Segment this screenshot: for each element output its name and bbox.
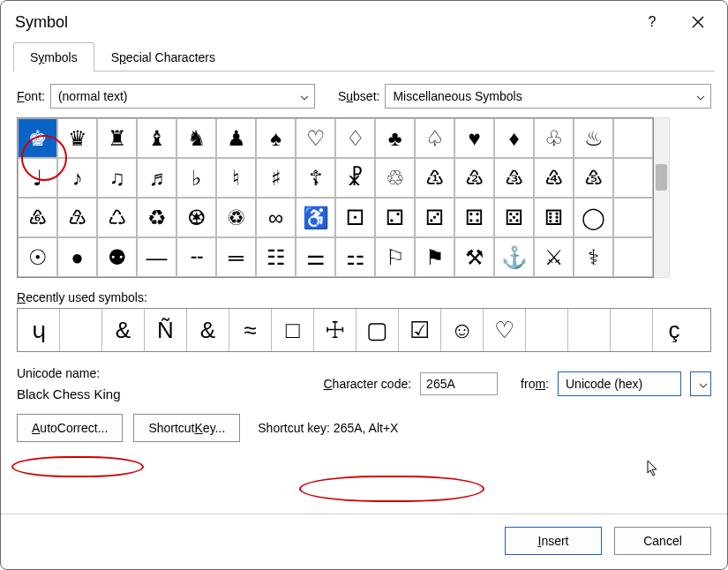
- symbol-cell[interactable]: [613, 198, 653, 237]
- recent-symbol-cell[interactable]: [568, 309, 611, 351]
- recent-symbol-cell[interactable]: [611, 309, 653, 351]
- recent-symbol-cell[interactable]: ≈: [229, 309, 272, 351]
- recent-symbol-cell[interactable]: ɥ: [18, 309, 60, 351]
- symbol-cell[interactable]: ♢: [335, 118, 375, 158]
- from-label: from:: [521, 377, 549, 391]
- symbol-cell[interactable]: ♶: [534, 158, 574, 198]
- symbol-cell[interactable]: ⚐: [375, 237, 415, 277]
- recent-symbol-cell[interactable]: ç: [653, 309, 695, 351]
- symbol-cell[interactable]: ♪: [57, 158, 97, 198]
- symbol-cell[interactable]: ⚄: [494, 198, 534, 237]
- symbol-cell[interactable]: ∞: [256, 198, 296, 237]
- recent-symbol-cell[interactable]: Ñ: [145, 309, 187, 351]
- tab-symbols[interactable]: Symbols: [13, 42, 94, 71]
- symbol-cell[interactable]: ⚌: [296, 237, 335, 277]
- recent-symbol-cell[interactable]: ▢: [356, 309, 399, 351]
- insert-button[interactable]: Insert: [505, 527, 602, 555]
- symbol-cell[interactable]: ☉: [18, 237, 57, 277]
- symbol-cell[interactable]: ♸: [18, 198, 57, 237]
- grid-scrollbar[interactable]: [654, 117, 670, 278]
- recent-symbol-cell[interactable]: □: [272, 309, 314, 351]
- font-select[interactable]: (normal text): [50, 84, 315, 109]
- symbol-cell[interactable]: ♚: [18, 118, 57, 158]
- charcode-input[interactable]: [420, 372, 498, 395]
- symbol-cell[interactable]: ♴: [454, 158, 494, 198]
- symbol-cell[interactable]: [613, 158, 653, 198]
- symbol-cell[interactable]: ♽: [216, 198, 256, 237]
- autocorrect-button[interactable]: AutoCorrect...: [17, 414, 123, 442]
- symbol-cell[interactable]: ⚑: [415, 237, 454, 277]
- symbol-cell[interactable]: ♦: [494, 118, 534, 158]
- symbol-cell[interactable]: ♥: [454, 118, 494, 158]
- symbol-cell[interactable]: ♼: [176, 198, 216, 237]
- symbol-cell[interactable]: ⚃: [454, 198, 494, 237]
- symbol-cell[interactable]: ☦: [296, 158, 335, 198]
- symbol-cell[interactable]: ♷: [574, 158, 613, 198]
- symbol-cell[interactable]: ♬: [137, 158, 176, 198]
- chevron-down-icon: [699, 377, 708, 391]
- close-icon: [692, 16, 704, 28]
- symbol-cell[interactable]: ⚔: [534, 237, 574, 277]
- symbol-cell[interactable]: ☧: [335, 158, 375, 198]
- symbol-cell[interactable]: ⚕: [574, 237, 613, 277]
- symbol-cell[interactable]: ⚅: [534, 198, 574, 237]
- symbol-cell[interactable]: ♤: [415, 118, 454, 158]
- symbol-cell[interactable]: ⚀: [335, 198, 375, 237]
- symbol-cell[interactable]: ⚒: [454, 237, 494, 277]
- symbol-cell[interactable]: ♭: [176, 158, 216, 198]
- symbol-cell[interactable]: ⚂: [415, 198, 454, 237]
- symbol-cell[interactable]: ═: [216, 237, 256, 277]
- symbol-cell[interactable]: ♲: [375, 158, 415, 198]
- symbol-cell[interactable]: ♩: [18, 158, 57, 198]
- recent-symbol-cell[interactable]: &: [102, 309, 145, 351]
- symbol-cell[interactable]: ♹: [57, 198, 97, 237]
- symbol-cell[interactable]: ●: [57, 237, 97, 277]
- scrollbar-thumb[interactable]: [656, 164, 667, 191]
- recent-symbol-cell[interactable]: [60, 309, 102, 351]
- symbol-cell[interactable]: ♿: [296, 198, 335, 237]
- symbol-cell[interactable]: ◯: [574, 198, 613, 237]
- symbol-cell[interactable]: ╌: [176, 237, 216, 277]
- recent-symbol-cell[interactable]: [526, 309, 568, 351]
- titlebar: Symbol ?: [1, 1, 727, 41]
- symbol-cell[interactable]: ♣: [375, 118, 415, 158]
- recent-symbol-cell[interactable]: ☑: [399, 309, 441, 351]
- close-button[interactable]: [683, 10, 713, 34]
- symbol-cell[interactable]: ♮: [216, 158, 256, 198]
- symbol-cell[interactable]: ♻: [137, 198, 176, 237]
- symbol-cell[interactable]: ♛: [57, 118, 97, 158]
- symbol-cell[interactable]: ♧: [534, 118, 574, 158]
- symbol-cell[interactable]: ♫: [97, 158, 137, 198]
- recent-symbol-cell[interactable]: ☺: [441, 309, 484, 351]
- symbol-cell[interactable]: ♜: [97, 118, 137, 158]
- from-select[interactable]: Unicode (hex): [558, 371, 681, 396]
- symbol-cell[interactable]: ⚏: [335, 237, 375, 277]
- shortcut-key-button[interactable]: Shortcut Key...: [133, 414, 240, 442]
- help-button[interactable]: ?: [637, 10, 667, 34]
- cancel-button[interactable]: Cancel: [614, 527, 711, 555]
- recent-symbol-cell[interactable]: ♡: [484, 309, 526, 351]
- symbol-cell[interactable]: ♺: [97, 198, 137, 237]
- font-value: (normal text): [58, 89, 128, 103]
- symbol-cell[interactable]: ♡: [296, 118, 335, 158]
- symbol-cell[interactable]: ♵: [494, 158, 534, 198]
- recent-symbol-cell[interactable]: &: [187, 309, 229, 351]
- symbol-cell[interactable]: ♯: [256, 158, 296, 198]
- symbol-cell[interactable]: ♠: [256, 118, 296, 158]
- symbol-cell[interactable]: ♨: [574, 118, 613, 158]
- symbol-cell[interactable]: ♞: [176, 118, 216, 158]
- symbol-cell[interactable]: —: [137, 237, 176, 277]
- symbol-cell[interactable]: ♳: [415, 158, 454, 198]
- symbol-cell[interactable]: [613, 118, 653, 158]
- symbol-cell[interactable]: ⚁: [375, 198, 415, 237]
- symbol-cell[interactable]: ⚓: [494, 237, 534, 277]
- tab-special-characters[interactable]: Special Characters: [94, 42, 232, 71]
- symbol-cell[interactable]: ♟: [216, 118, 256, 158]
- symbol-cell[interactable]: [613, 237, 653, 277]
- from-dropdown-button[interactable]: [690, 371, 711, 396]
- symbol-cell[interactable]: ☷: [256, 237, 296, 277]
- subset-select[interactable]: Miscellaneous Symbols: [385, 84, 711, 109]
- symbol-cell[interactable]: ♝: [137, 118, 176, 158]
- symbol-cell[interactable]: ⚉: [97, 237, 137, 277]
- recent-symbol-cell[interactable]: ☩: [314, 309, 356, 351]
